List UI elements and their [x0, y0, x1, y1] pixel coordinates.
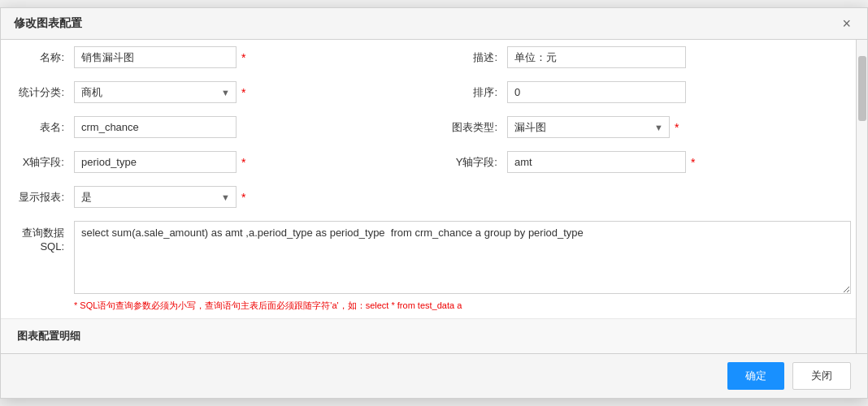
scroll-thumb[interactable]	[858, 56, 866, 121]
desc-input[interactable]	[507, 46, 686, 68]
form-col-name: 名称: *	[17, 46, 418, 68]
show-report-select[interactable]: 是 否	[74, 186, 237, 208]
form-col-stat: 统计分类: 商机 客户 联系人 ▼ *	[17, 81, 418, 103]
chart-type-select[interactable]: 漏斗图 折线图 柱状图 饼图	[507, 116, 670, 138]
show-report-required: *	[241, 191, 245, 204]
y-axis-label: Y轴字段:	[450, 155, 507, 170]
x-axis-input[interactable]	[74, 151, 237, 173]
dialog: 修改图表配置 × 名称: * 描述:	[0, 7, 868, 399]
sql-row: 查询数据SQL: select sum(a.sale_amount) as am…	[17, 221, 851, 312]
sql-section: 查询数据SQL: select sum(a.sale_amount) as am…	[1, 214, 867, 318]
form-col-y-axis: Y轴字段: *	[450, 151, 851, 173]
y-axis-input[interactable]	[507, 151, 686, 173]
dialog-footer: 确定 关闭	[1, 353, 867, 398]
form-col-x-axis: X轴字段: *	[17, 151, 418, 173]
dialog-title: 修改图表配置	[14, 16, 82, 31]
sql-label: 查询数据SQL:	[17, 221, 74, 253]
sort-label: 排序:	[450, 85, 507, 100]
close-button[interactable]: ×	[839, 16, 854, 31]
x-axis-label: X轴字段:	[17, 155, 74, 170]
x-axis-required: *	[241, 156, 245, 169]
table-label: 表名:	[17, 120, 74, 135]
dialog-header: 修改图表配置 ×	[1, 8, 867, 40]
y-axis-required: *	[691, 156, 695, 169]
show-report-select-wrap: 是 否 ▼	[74, 186, 237, 208]
table-input[interactable]	[74, 116, 237, 138]
chart-detail-label: 图表配置明细	[17, 330, 80, 342]
form-col-table: 表名:	[17, 116, 418, 138]
scrollbar[interactable]	[856, 40, 867, 353]
stat-required: *	[241, 86, 245, 99]
show-report-label: 显示报表:	[17, 190, 74, 205]
form-col-sort: 排序:	[450, 81, 851, 103]
form-row-show-report: 显示报表: 是 否 ▼ *	[1, 179, 867, 214]
sql-textarea[interactable]: select sum(a.sale_amount) as amt ,a.peri…	[74, 221, 851, 294]
chart-type-required: *	[675, 121, 679, 134]
chart-detail-section: 图表配置明细	[1, 318, 867, 353]
dialog-main: 名称: * 描述: 统计分类:	[1, 40, 867, 353]
desc-label: 描述:	[450, 50, 507, 65]
chart-type-select-wrap: 漏斗图 折线图 柱状图 饼图 ▼	[507, 116, 670, 138]
name-label: 名称:	[17, 50, 74, 65]
name-required: *	[241, 51, 245, 64]
cancel-button[interactable]: 关闭	[792, 362, 851, 390]
dialog-body: 名称: * 描述: 统计分类:	[1, 40, 867, 353]
form-col-show-report: 显示报表: 是 否 ▼ *	[17, 186, 418, 208]
dialog-content-wrap: 名称: * 描述: 统计分类:	[1, 40, 867, 353]
form-row-xy-axis: X轴字段: * Y轴字段: *	[1, 145, 867, 179]
stat-select-wrap: 商机 客户 联系人 ▼	[74, 81, 237, 103]
sql-content: select sum(a.sale_amount) as amt ,a.peri…	[74, 221, 851, 312]
stat-select[interactable]: 商机 客户 联系人	[74, 81, 237, 103]
sort-input[interactable]	[507, 81, 686, 103]
sql-hint: * SQL语句查询参数必须为小写，查询语句主表后面必须跟随字符'a'，如：sel…	[74, 300, 851, 312]
name-input[interactable]	[74, 46, 237, 68]
form-row-stat-sort: 统计分类: 商机 客户 联系人 ▼ * 排序:	[1, 75, 867, 110]
form-col-chart-type: 图表类型: 漏斗图 折线图 柱状图 饼图 ▼ *	[450, 116, 851, 138]
stat-label: 统计分类:	[17, 85, 74, 100]
confirm-button[interactable]: 确定	[727, 362, 784, 390]
form-row-name-desc: 名称: * 描述:	[1, 40, 867, 75]
form-col-desc: 描述:	[450, 46, 851, 68]
chart-type-label: 图表类型:	[450, 120, 507, 135]
form-row-table-charttype: 表名: 图表类型: 漏斗图 折线图 柱状图 饼图	[1, 110, 867, 145]
